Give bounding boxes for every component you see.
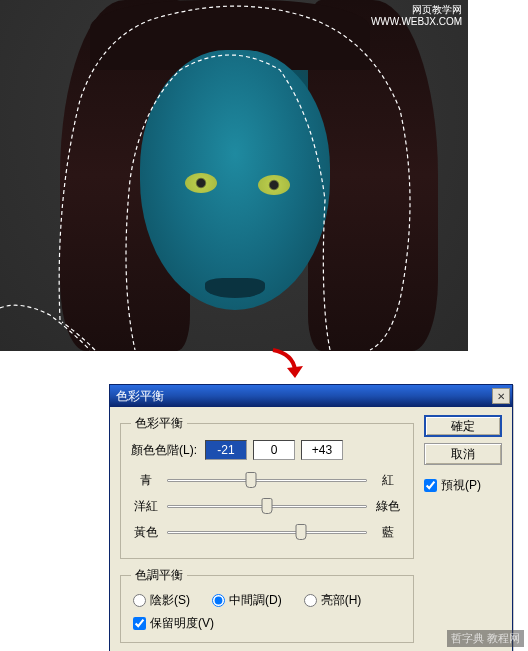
arrow-icon — [265, 346, 305, 386]
tone-balance-group: 色調平衡 陰影(S) 中間調(D) 亮部(H) — [120, 567, 414, 643]
level-input-2[interactable] — [253, 440, 295, 460]
radio-highlights[interactable]: 亮部(H) — [304, 592, 362, 609]
canvas-preview: 网页教学网 WWW.WEBJX.COM — [0, 0, 468, 351]
dialog-title: 色彩平衡 — [116, 388, 492, 405]
preview-checkbox[interactable] — [424, 479, 437, 492]
slider-green-label: 綠色 — [373, 498, 403, 515]
radio-midtones-input[interactable] — [212, 594, 225, 607]
preserve-luminosity-label[interactable]: 保留明度(V) — [150, 615, 214, 632]
radio-shadows[interactable]: 陰影(S) — [133, 592, 190, 609]
slider-yellow-label: 黃色 — [131, 524, 161, 541]
watermark-line1: 网页教学网 — [371, 4, 462, 16]
slider-blue-label: 藍 — [373, 524, 403, 541]
close-button[interactable]: ✕ — [492, 388, 510, 404]
tone-balance-legend: 色調平衡 — [131, 567, 187, 584]
close-icon: ✕ — [497, 391, 505, 402]
preview-label[interactable]: 預視(P) — [441, 477, 481, 494]
radio-shadows-input[interactable] — [133, 594, 146, 607]
dialog-titlebar[interactable]: 色彩平衡 ✕ — [110, 385, 512, 407]
level-input-1[interactable] — [205, 440, 247, 460]
color-balance-dialog: 色彩平衡 ✕ 色彩平衡 顏色色階(L): 青 — [109, 384, 513, 651]
slider-cyan-red[interactable] — [167, 470, 367, 490]
preserve-luminosity-checkbox[interactable] — [133, 617, 146, 630]
slider-thumb-1[interactable] — [246, 472, 257, 488]
slider-yellow-blue[interactable] — [167, 522, 367, 542]
cancel-button[interactable]: 取消 — [424, 443, 502, 465]
page-watermark: 哲字典 教程网 — [447, 630, 524, 647]
slider-magenta-green[interactable] — [167, 496, 367, 516]
radio-midtones[interactable]: 中間調(D) — [212, 592, 282, 609]
level-input-3[interactable] — [301, 440, 343, 460]
slider-thumb-2[interactable] — [262, 498, 273, 514]
slider-red-label: 紅 — [373, 472, 403, 489]
color-balance-legend: 色彩平衡 — [131, 415, 187, 432]
selection-marquee — [0, 0, 468, 351]
color-balance-group: 色彩平衡 顏色色階(L): 青 紅 洋紅 — [120, 415, 414, 559]
slider-thumb-3[interactable] — [296, 524, 307, 540]
color-level-label: 顏色色階(L): — [131, 442, 197, 459]
ok-button[interactable]: 確定 — [424, 415, 502, 437]
watermark-top: 网页教学网 WWW.WEBJX.COM — [371, 4, 462, 28]
radio-highlights-input[interactable] — [304, 594, 317, 607]
watermark-line2: WWW.WEBJX.COM — [371, 16, 462, 28]
slider-cyan-label: 青 — [131, 472, 161, 489]
slider-magenta-label: 洋紅 — [131, 498, 161, 515]
